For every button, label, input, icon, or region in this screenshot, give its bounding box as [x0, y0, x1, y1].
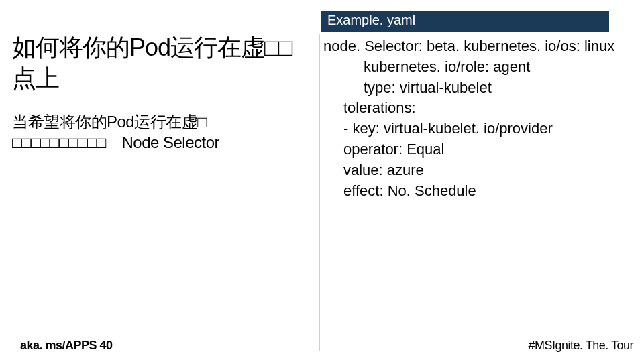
right-column: Example. yaml node. Selector: beta. kube… [321, 11, 631, 201]
code-block: node. Selector: beta. kubernetes. io/os:… [321, 36, 631, 201]
code-line: effect: No. Schedule [323, 181, 631, 202]
code-line: tolerations: [323, 98, 631, 119]
code-tab-bar: Example. yaml [321, 11, 631, 32]
code-line: node. Selector: beta. kubernetes. io/os:… [323, 36, 631, 57]
slide-title: 如何将你的Pod运行在虚□□点上 [12, 32, 307, 94]
footer-hashtag-right: #MSIgnite. The. Tour [529, 339, 633, 353]
footer-link-left: aka. ms/APPS 40 [20, 339, 113, 353]
slide-body: 当希望将你的Pod运行在虚□ □□□□□□□□□□ Node Selector [12, 111, 307, 153]
vertical-divider [319, 34, 320, 351]
code-line: operator: Equal [323, 139, 631, 160]
left-column: 如何将你的Pod运行在虚□□点上 当希望将你的Pod运行在虚□ □□□□□□□□… [12, 32, 307, 154]
code-line: type: virtual-kubelet [323, 78, 631, 99]
code-line: value: azure [323, 160, 631, 181]
code-line: kubernetes. io/role: agent [323, 57, 631, 78]
code-line: - key: virtual-kubelet. io/provider [323, 119, 631, 139]
code-filename-tab: Example. yaml [321, 11, 609, 32]
